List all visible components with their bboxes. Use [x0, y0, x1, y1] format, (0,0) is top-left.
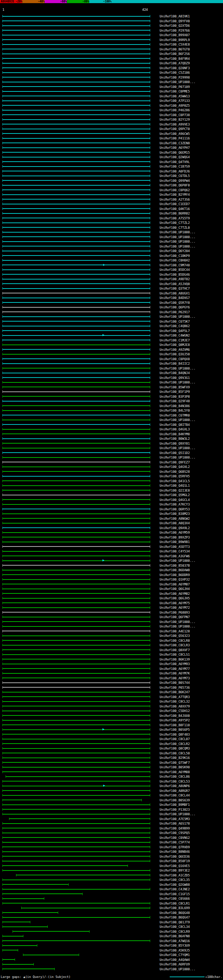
hit-bar[interactable] [2, 865, 128, 867]
hit-bar[interactable] [2, 564, 150, 566]
hit-label[interactable]: UniRef100_C4Y534 [160, 550, 190, 554]
hit-bar[interactable] [2, 118, 150, 121]
hit-label[interactable]: UniRef100_C8CL32 [160, 700, 190, 704]
hit-label[interactable]: UniRef100_B0S6P5 [160, 728, 190, 732]
hit-label[interactable]: UniRef100_UP1000... [160, 315, 196, 319]
hit-label[interactable]: UniRef100_C8CLR3 [160, 643, 190, 647]
hit-bar[interactable] [2, 512, 150, 515]
hit-label[interactable]: UniRef100_A7P133 [160, 99, 190, 103]
hit-label[interactable]: UniRef100_A8NGW2 [160, 517, 190, 521]
hit-bar[interactable] [23, 954, 79, 956]
hit-label[interactable]: UniRef100_B2Y129 [160, 118, 190, 122]
hit-bar[interactable] [2, 217, 150, 220]
hit-label[interactable]: UniRef100_C7YQM1 [160, 953, 190, 957]
hit-bar[interactable] [2, 184, 150, 186]
hit-label[interactable]: UniRef100_P29998 [160, 76, 190, 80]
hit-bar[interactable] [2, 452, 150, 454]
hit-bar[interactable] [2, 339, 150, 341]
hit-bar[interactable] [2, 268, 150, 271]
hit-bar[interactable] [2, 203, 150, 205]
hit-bar[interactable] [2, 649, 150, 651]
hit-label[interactable]: UniRef100_A4E128 [160, 630, 190, 633]
hit-bar[interactable] [2, 527, 150, 529]
hit-label[interactable]: UniRef100_A96CW5 [160, 132, 190, 136]
hit-label[interactable]: UniRef100_C8CLR1 [160, 902, 190, 905]
hit-bar[interactable] [2, 466, 150, 468]
hit-bar[interactable] [2, 405, 150, 407]
hit-bar[interactable] [2, 165, 150, 167]
hit-label[interactable]: UniRef100_UP1000... [160, 381, 196, 385]
hit-label[interactable]: UniRef100_C0H6H2 [160, 259, 190, 262]
hit-label[interactable]: UniRef100_A6YM87 [160, 583, 190, 587]
hit-bar[interactable] [2, 691, 150, 693]
hit-label[interactable]: UniRef100_A3GFW6 [160, 555, 190, 558]
hit-label[interactable]: UniRef100_Q9FEZ7 [160, 461, 190, 465]
hit-label[interactable]: UniRef100_P07109 [160, 85, 190, 89]
hit-label[interactable]: UniRef100_A9P8Z5 [160, 104, 190, 108]
hit-bar[interactable] [2, 137, 150, 139]
hit-bar[interactable] [2, 255, 150, 257]
hit-label[interactable]: UniRef100_A4QAW4 [160, 958, 190, 962]
hit-label[interactable]: UniRef100_Q4GCL4 [160, 498, 190, 502]
hit-bar[interactable] [2, 963, 34, 966]
hit-bar[interactable] [2, 475, 150, 477]
hit-bar[interactable] [13, 930, 90, 933]
hit-label[interactable]: UniRef100_A8UGX1 [160, 292, 190, 296]
hit-bar[interactable] [2, 127, 150, 130]
hit-bar[interactable] [2, 292, 150, 294]
hit-bar[interactable] [2, 869, 150, 872]
hit-label[interactable]: UniRef100_B3L699 [160, 906, 190, 910]
hit-bar[interactable] [2, 470, 150, 473]
hit-bar[interactable] [2, 616, 150, 618]
hit-bar[interactable] [2, 644, 150, 646]
hit-label[interactable]: UniRef100_UP1000... [160, 367, 196, 371]
hit-label[interactable]: UniRef100_C3ZEN8 [160, 142, 190, 145]
hit-bar[interactable] [2, 377, 150, 379]
hit-label[interactable]: UniRef100_B99X07 [160, 33, 190, 37]
hit-label[interactable]: UniRef100_A7QDZ9 [160, 62, 190, 65]
hit-bar[interactable] [2, 766, 150, 768]
hit-label[interactable]: UniRef100_B0SK90 [160, 765, 190, 769]
hit-bar[interactable] [2, 837, 150, 839]
hit-label[interactable]: UniRef100_P29766 [160, 29, 190, 33]
hit-label[interactable]: UniRef100_Q4P5L7 [160, 329, 190, 333]
hit-bar[interactable] [2, 822, 150, 825]
hit-label[interactable]: UniRef100_Q6EM15 [160, 151, 190, 155]
hit-label[interactable]: UniRef100_Q4GXL3 [160, 428, 190, 431]
hit-label[interactable]: UniRef100_A8XX79 [160, 705, 190, 708]
hit-bar[interactable] [2, 90, 150, 92]
hit-label[interactable]: UniRef100_C4QB62 [160, 325, 190, 328]
hit-label[interactable]: UniRef100_A6YM88 [160, 770, 190, 774]
hit-bar[interactable] [2, 447, 150, 449]
hit-bar[interactable] [2, 705, 150, 708]
hit-label[interactable]: UniRef100_Q5R7Y8 [160, 301, 190, 305]
hit-label[interactable]: UniRef100_Q5RFH5 [160, 474, 190, 478]
hit-label[interactable]: UniRef100_C4JNE2 [160, 888, 190, 891]
hit-bar[interactable] [2, 348, 150, 351]
hit-label[interactable]: UniRef100_UP1000... [160, 80, 196, 84]
hit-bar[interactable] [2, 681, 150, 684]
hit-label[interactable]: UniRef100_B0W3L2 [160, 437, 190, 441]
hit-bar[interactable] [2, 724, 150, 726]
hit-bar[interactable] [2, 944, 37, 947]
hit-label[interactable]: UniRef100_P05736 [160, 686, 190, 690]
hit-label[interactable]: UniRef100_A5JVQ0 [160, 282, 190, 286]
hit-label[interactable]: UniRef100_A6YM72 [160, 606, 190, 610]
hit-bar[interactable] [2, 95, 150, 97]
hit-label[interactable]: UniRef100_B29K16 [160, 756, 190, 760]
hit-label[interactable]: UniRef100_C8CL53 [160, 780, 190, 784]
hit-label[interactable]: UniRef100_Q2I3E8 [160, 489, 190, 493]
hit-label[interactable]: UniRef100_UP1000... [160, 446, 196, 450]
hit-bar[interactable] [2, 522, 150, 524]
hit-bar[interactable] [2, 597, 150, 599]
hit-bar[interactable] [2, 752, 150, 754]
hit-label[interactable]: UniRef100_A6YM93 [160, 662, 190, 666]
hit-bar[interactable] [2, 245, 150, 248]
hit-bar[interactable] [2, 231, 150, 233]
hit-bar[interactable] [2, 433, 150, 435]
hit-bar[interactable] [2, 541, 150, 543]
hit-label[interactable]: UniRef100_UP1000... [160, 625, 196, 628]
hit-bar[interactable] [2, 311, 150, 313]
hit-bar[interactable] [2, 34, 150, 36]
hit-bar[interactable] [2, 29, 150, 32]
